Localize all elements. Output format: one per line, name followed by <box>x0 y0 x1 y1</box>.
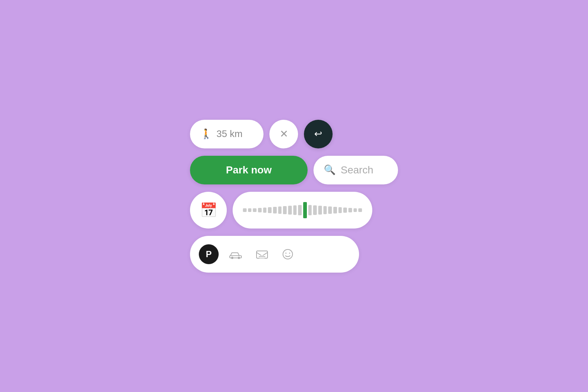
distance-value: 35 km <box>216 128 243 140</box>
search-icon: 🔍 <box>324 164 336 176</box>
slider-tick <box>313 205 317 215</box>
close-icon: ✕ <box>280 129 288 139</box>
tab-p-label: P <box>206 249 212 259</box>
back-button[interactable]: ↩ <box>304 120 333 148</box>
main-container: 🚶 35 km ✕ ↩ Park now 🔍 Search 📅 <box>190 120 398 273</box>
slider-tick <box>263 208 267 213</box>
park-now-button[interactable]: Park now <box>190 156 308 184</box>
distance-pill: 🚶 35 km <box>190 120 263 148</box>
slider-tick <box>343 208 347 213</box>
svg-point-6 <box>286 252 287 253</box>
park-now-label: Park now <box>226 164 272 176</box>
slider-tick <box>293 205 297 215</box>
walk-icon: 🚶 <box>200 128 212 140</box>
slider-tick <box>303 202 307 218</box>
slider-tick <box>354 208 357 212</box>
slider-tick <box>338 207 342 213</box>
slider-tick <box>243 208 247 212</box>
search-button[interactable]: 🔍 Search <box>313 156 398 184</box>
slider-track <box>243 202 362 218</box>
slider-tick <box>318 206 322 215</box>
slider-tick <box>328 206 332 214</box>
slider-tick <box>298 205 302 215</box>
tab-car[interactable] <box>226 246 245 262</box>
tab-smiley[interactable] <box>279 245 297 263</box>
back-arrow-icon: ↩ <box>314 128 322 140</box>
slider-tick <box>283 206 287 214</box>
tab-parking[interactable]: P <box>199 244 219 264</box>
slider-tick <box>358 208 362 212</box>
slider-tick <box>288 206 292 215</box>
row-distance: 🚶 35 km ✕ ↩ <box>190 120 333 148</box>
slider-tick <box>348 208 352 212</box>
svg-point-7 <box>289 252 290 253</box>
slider-tick <box>268 207 272 213</box>
slider-tick <box>333 207 337 213</box>
slider-pill[interactable] <box>233 192 372 229</box>
slider-tick <box>248 208 252 212</box>
slider-tick <box>308 205 312 215</box>
svg-point-5 <box>283 249 293 259</box>
slider-tick <box>253 208 257 212</box>
slider-tick <box>323 206 327 214</box>
slider-tick <box>258 208 262 212</box>
tab-inbox[interactable] <box>252 246 272 262</box>
close-button[interactable]: ✕ <box>269 120 298 148</box>
row-actions: Park now 🔍 Search <box>190 156 398 184</box>
search-label: Search <box>341 164 373 176</box>
tab-bar: P <box>190 236 359 273</box>
calendar-icon: 📅 <box>200 202 217 218</box>
slider-tick <box>278 206 282 214</box>
calendar-button[interactable]: 📅 <box>190 192 227 229</box>
slider-tick <box>273 207 277 213</box>
row-calendar-slider: 📅 <box>190 192 372 229</box>
